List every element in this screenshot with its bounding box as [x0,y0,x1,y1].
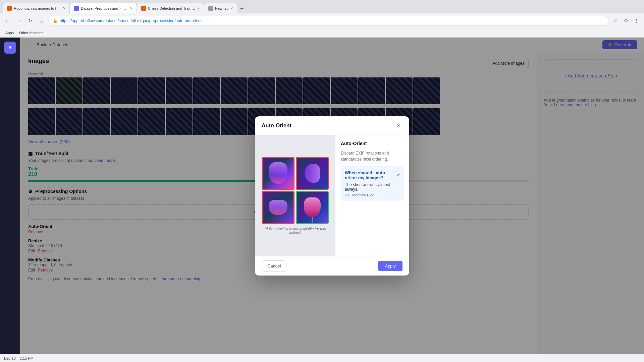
external-link-icon: ↗ [396,173,400,178]
tab-3-close[interactable]: × [197,6,200,11]
tab-bar: Roboflow: raw images to trai... × Datase… [0,0,644,13]
preview-image-1 [263,158,293,189]
modal-title: Auto-Orient [262,123,291,129]
status-date: Dec 10 [4,356,16,360]
preview-cell-3 [262,191,294,224]
bookmark-apps[interactable]: Apps [4,30,15,36]
home-nav-button[interactable]: ⌂ [37,16,46,25]
tab-4-close[interactable]: × [230,6,233,11]
modal-tip-body: The short answer: almost always. [345,182,400,192]
auto-orient-modal: Auto-Orient × [255,116,409,276]
preview-image-2 [297,158,328,189]
bookmark-other-favorites[interactable]: Other favorites [18,30,45,36]
preview-cell-2 [296,157,329,190]
address-bar-row: ← → ↻ ⌂ 🔒 https://app.roboflow.com/datas… [0,13,644,28]
tab-4-label: New tab [215,6,228,10]
modal-info-title: Auto-Orient [341,141,404,146]
tab-2-favicon [74,6,79,11]
new-tab-button[interactable]: + [237,4,247,13]
preview-note: (A live preview is not available for thi… [260,227,330,235]
tab-1[interactable]: Roboflow: raw images to trai... × [3,3,70,13]
sidebar: R [0,38,20,354]
status-bar: Dec 10 2:15 PM [0,354,644,362]
browser-window: Roboflow: raw images to trai... × Datase… [0,0,644,362]
preview-cell-4 [296,191,329,224]
tab-2-label: Dataset Preprocessing > Edit a... [81,6,128,10]
tab-3-favicon [141,6,146,11]
preview-cell-1 [262,157,294,190]
preview-grid [262,157,329,224]
browser-toolbar: ☆ ⚙ ⋮ [610,16,641,25]
tab-1-favicon [7,6,12,11]
modal-tip-source: via Roboflow Blog [345,193,400,197]
star-icon[interactable]: ☆ [610,16,620,25]
forward-nav-button[interactable]: → [14,16,23,25]
tab-1-label: Roboflow: raw images to trai... [14,6,61,10]
tab-4[interactable]: New tab × [204,3,237,13]
tab-3-label: Chess Detection and Training u... [148,6,195,10]
modal-info: Auto-Orient Discard EXIF rotations and s… [335,135,409,256]
extensions-icon[interactable]: ⚙ [621,16,631,25]
modal-tip-title: When should I auto-orient my images? ↗ [345,170,400,180]
tab-3[interactable]: Chess Detection and Training u... × [137,3,204,13]
modal-info-description: Discard EXIF rotations and standardize p… [341,150,404,162]
address-bar[interactable]: 🔒 https://app.roboflow.com/dataset/chess… [48,16,608,26]
refresh-nav-button[interactable]: ↻ [25,16,35,25]
preview-image-3 [263,192,293,223]
tab-1-close[interactable]: × [63,6,65,11]
url-text[interactable]: https://app.roboflow.com/dataset/chess-f… [60,18,604,23]
status-time: 2:15 PM [20,356,34,360]
modal-body: (A live preview is not available for thi… [255,135,409,256]
menu-icon[interactable]: ⋮ [632,16,641,25]
tab-2[interactable]: Dataset Preprocessing > Edit a... × [70,3,137,13]
sidebar-logo: R [4,42,16,54]
modal-footer: Cancel Apply [255,256,409,276]
modal-preview: (A live preview is not available for thi… [255,135,335,256]
main-page: ← Back to Datasets ⚡ Generate Images [20,38,644,354]
bookmarks-bar: Apps Other favorites [0,28,644,38]
lock-icon: 🔒 [53,18,58,23]
content-area: R ← Back to Datasets ⚡ Generate [0,38,644,354]
modal-overlay: Auto-Orient × [20,38,644,354]
modal-tip-box: When should I auto-orient my images? ↗ T… [341,166,404,201]
modal-header: Auto-Orient × [255,116,409,135]
modal-cancel-button[interactable]: Cancel [262,260,286,272]
modal-close-button[interactable]: × [394,122,402,130]
back-nav-button[interactable]: ← [3,16,12,25]
tab-2-close[interactable]: × [130,6,132,11]
modal-apply-button[interactable]: Apply [378,261,402,271]
preview-image-4 [297,192,328,223]
tab-4-favicon [208,6,213,11]
